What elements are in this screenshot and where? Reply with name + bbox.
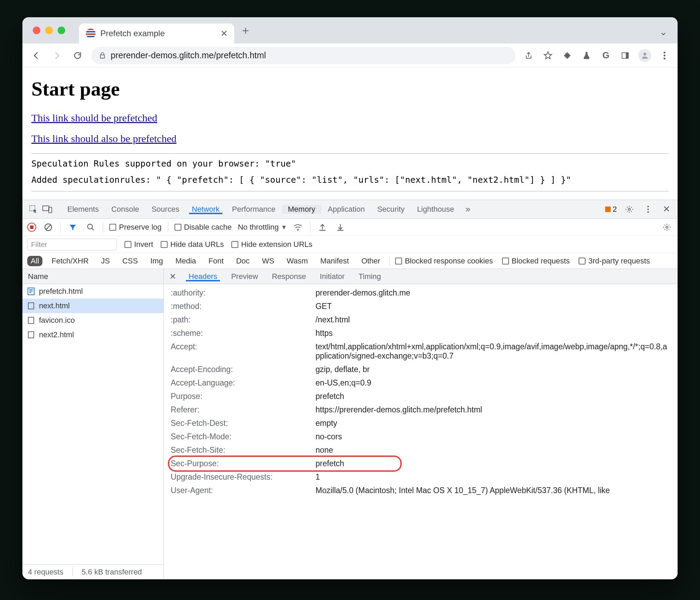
clear-button[interactable] (42, 221, 54, 233)
type-filter-js[interactable]: JS (98, 256, 113, 266)
header-row: :path:/next.html (171, 313, 678, 327)
devtools-menu-icon[interactable] (642, 203, 654, 216)
header-row: Sec-Fetch-Mode:no-cors (171, 430, 678, 443)
inspect-icon[interactable] (27, 203, 40, 216)
header-value: https://prerender-demos.glitch.me/prefet… (316, 405, 678, 414)
close-detail-icon[interactable]: ✕ (167, 272, 179, 281)
type-filter-css[interactable]: CSS (119, 256, 141, 266)
type-filter-all[interactable]: All (27, 256, 42, 266)
type-filter-wasm[interactable]: Wasm (283, 256, 311, 266)
more-tabs-icon[interactable]: » (462, 203, 474, 216)
type-filter-font[interactable]: Font (205, 256, 227, 266)
header-name: Accept: (171, 342, 316, 361)
share-icon[interactable] (522, 49, 535, 62)
invert-checkbox[interactable]: Invert (124, 240, 153, 249)
filter-icon[interactable] (67, 221, 79, 233)
close-window-icon[interactable] (33, 27, 40, 34)
header-value: en-US,en;q=0.9 (316, 378, 678, 388)
devtools-tab-network[interactable]: Network (186, 205, 226, 214)
new-tab-button[interactable]: ＋ (240, 22, 251, 38)
maximize-window-icon[interactable] (58, 27, 65, 34)
window-controls[interactable] (33, 27, 65, 34)
settings-icon[interactable] (623, 203, 636, 216)
header-row: Accept-Encoding:gzip, deflate, br (171, 363, 678, 376)
filter-check-blocked-requests[interactable]: Blocked requests (502, 257, 570, 266)
type-filter-img[interactable]: Img (147, 256, 167, 266)
prefetch-link-2[interactable]: This link should also be prefetched (31, 133, 669, 144)
divider (31, 191, 669, 191)
header-name: :scheme: (171, 329, 316, 338)
extensions-icon[interactable] (561, 49, 573, 62)
type-filter-manifest[interactable]: Manifest (317, 256, 352, 266)
type-filter-doc[interactable]: Doc (233, 256, 253, 266)
svg-rect-7 (43, 206, 49, 211)
record-button[interactable] (27, 223, 36, 232)
filter-check-blocked-response-cookies[interactable]: Blocked response cookies (395, 257, 493, 266)
request-row[interactable]: favicon.ico (22, 313, 163, 328)
request-row[interactable]: next.html (22, 299, 163, 313)
bookmark-icon[interactable] (542, 49, 554, 62)
labs-icon[interactable] (580, 49, 593, 62)
disable-cache-checkbox[interactable]: Disable cache (174, 223, 232, 232)
request-row[interactable]: prefetch.html (22, 284, 163, 299)
address-bar[interactable]: prerender-demos.glitch.me/prefetch.html (91, 47, 516, 64)
devtools-tab-performance[interactable]: Performance (226, 205, 282, 214)
hide-extension-urls-checkbox[interactable]: Hide extension URLs (231, 240, 312, 249)
header-name: :method: (171, 302, 316, 311)
detail-tab-response[interactable]: Response (265, 272, 313, 281)
header-row: Accept:text/html,application/xhtml+xml,a… (171, 340, 678, 363)
filter-check-3rd-party-requests[interactable]: 3rd-party requests (579, 257, 650, 266)
network-settings-icon[interactable] (661, 221, 673, 233)
devtools-tab-memory[interactable]: Memory (282, 205, 321, 214)
minimize-window-icon[interactable] (45, 27, 53, 34)
svg-point-9 (628, 208, 630, 210)
menu-icon[interactable] (658, 49, 671, 62)
browser-tab[interactable]: Prefetch example ✕ (79, 23, 234, 43)
detail-tab-preview[interactable]: Preview (224, 272, 265, 281)
detail-tab-initiator[interactable]: Initiator (313, 272, 351, 281)
request-row[interactable]: next2.html (22, 328, 163, 342)
filter-input[interactable]: Filter (27, 239, 117, 250)
type-filter-other[interactable]: Other (358, 256, 384, 266)
warnings-badge[interactable]: 2 (605, 205, 617, 214)
preserve-log-checkbox[interactable]: Preserve log (109, 223, 162, 232)
throttling-select[interactable]: No throttling▾ (238, 223, 286, 232)
search-icon[interactable] (85, 221, 97, 233)
prefetch-link-1[interactable]: This link should be prefetched (31, 112, 669, 124)
request-name: favicon.ico (39, 316, 75, 325)
header-name: User-Agent: (171, 486, 316, 495)
devtools-tab-lighthouse[interactable]: Lighthouse (411, 205, 460, 214)
type-filter-fetchxhr[interactable]: Fetch/XHR (48, 256, 92, 266)
network-conditions-icon[interactable] (292, 221, 304, 233)
request-name: prefetch.html (39, 287, 83, 296)
reload-button[interactable] (71, 49, 84, 62)
back-button[interactable] (29, 49, 43, 62)
name-column-header[interactable]: Name (22, 269, 163, 284)
google-icon[interactable]: G (600, 49, 612, 62)
close-tab-icon[interactable]: ✕ (220, 28, 228, 39)
devtools-tab-elements[interactable]: Elements (61, 205, 105, 214)
tabs-overflow-icon[interactable]: ⌄ (659, 26, 667, 38)
devtools-tab-application[interactable]: Application (321, 205, 371, 214)
detail-tab-timing[interactable]: Timing (352, 272, 388, 281)
type-filter-media[interactable]: Media (172, 256, 200, 266)
devtools-tab-sources[interactable]: Sources (145, 205, 186, 214)
devtools-tab-console[interactable]: Console (105, 205, 146, 214)
lock-icon (99, 52, 106, 59)
header-row: :method:GET (171, 300, 678, 313)
header-row: Sec-Fetch-Dest:empty (171, 417, 678, 430)
header-name: Upgrade-Insecure-Requests: (171, 472, 316, 482)
hide-data-urls-checkbox[interactable]: Hide data URLs (161, 240, 224, 249)
header-value: text/html,application/xhtml+xml,applicat… (316, 342, 678, 361)
device-toggle-icon[interactable] (41, 203, 53, 216)
type-filter-ws[interactable]: WS (259, 256, 278, 266)
svg-point-4 (663, 54, 665, 56)
upload-har-icon[interactable] (317, 221, 328, 233)
forward-button[interactable] (50, 49, 64, 62)
detail-tab-headers[interactable]: Headers (182, 272, 224, 281)
devtools-tab-security[interactable]: Security (371, 205, 411, 214)
profile-avatar[interactable] (638, 49, 651, 62)
close-devtools-icon[interactable]: ✕ (660, 203, 673, 216)
download-har-icon[interactable] (334, 221, 346, 233)
sidepanel-icon[interactable] (619, 49, 631, 62)
